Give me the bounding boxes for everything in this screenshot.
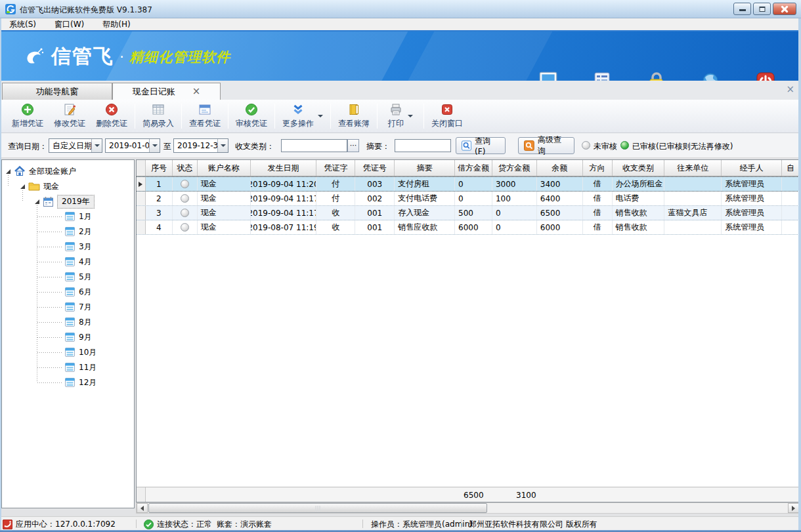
date-from-select[interactable]: 2019-01-01 — [105, 138, 160, 153]
col-header-category[interactable]: 收支类别 — [613, 160, 665, 176]
tab-close-icon[interactable]: × — [192, 87, 201, 96]
tree-item-month-2[interactable]: 2月 — [64, 224, 92, 239]
brand: 信管飞 · 精细化管理软件 — [22, 43, 230, 70]
delete-icon — [105, 103, 118, 116]
tree-item-month-5[interactable]: 5月 — [64, 270, 92, 284]
simple-entry-button[interactable]: 简易录入 — [137, 100, 179, 133]
search-button[interactable]: 查询(F) — [456, 137, 506, 154]
table-header-row: 序号 状态 账户名称 发生日期 凭证字 凭证号 摘要 借方金额 贷方金额 余额 … — [137, 160, 799, 176]
tree-item-month-11[interactable]: 11月 — [64, 360, 97, 375]
col-header-balance[interactable]: 余额 — [537, 160, 583, 176]
tree-item-year-2019[interactable]: 2019年 — [35, 194, 95, 209]
summary-row: 6500 3100 — [137, 487, 799, 502]
scroll-right-button[interactable] — [788, 503, 799, 513]
summary-input[interactable] — [395, 139, 451, 152]
expand-triangle-icon[interactable] — [35, 199, 39, 204]
table-row[interactable]: 1 现金 2019-09-04 11:20 付 003 支付房租 0 3000 … — [137, 176, 799, 192]
tab-nav-window[interactable]: 功能导航窗 — [2, 83, 112, 100]
tabstrip-close-icon[interactable]: × — [786, 85, 794, 94]
horizontal-scrollbar[interactable] — [136, 502, 800, 514]
col-header-custom[interactable]: 自 — [782, 160, 799, 176]
tree-item-month-8[interactable]: 8月 — [64, 315, 92, 329]
view-ledger-button[interactable]: 查看账簿 — [333, 100, 375, 133]
col-header-debit[interactable]: 借方金额 — [455, 160, 492, 176]
chevron-down-icon[interactable] — [91, 139, 102, 152]
add-voucher-button[interactable]: 新增凭证 — [7, 100, 49, 133]
dropdown-caret-icon[interactable] — [318, 115, 323, 117]
col-header-account[interactable]: 账户名称 — [198, 160, 251, 176]
edit-voucher-button[interactable]: 修改凭证 — [49, 100, 91, 133]
date-mode-select[interactable]: 自定义日期 — [49, 138, 102, 153]
tree-item-month-7[interactable]: 7月 — [64, 300, 92, 314]
month-icon — [64, 332, 76, 342]
col-header-voucher-no[interactable]: 凭证号 — [355, 160, 395, 176]
folder-icon — [28, 181, 40, 192]
col-header-direction[interactable]: 方向 — [583, 160, 613, 176]
toolbar-separator — [377, 104, 378, 129]
close-window-button[interactable]: 关闭窗口 — [426, 100, 468, 133]
tree-item-month-3[interactable]: 3月 — [64, 239, 92, 254]
table-row[interactable]: 2 现金 2019-09-04 11:17 付 002 支付电话费 0 100 … — [137, 192, 799, 206]
chevron-down-icon[interactable] — [217, 139, 228, 152]
power-icon — [739, 68, 792, 81]
toolbar-separator — [181, 104, 182, 129]
banner-action-journal[interactable]: 日记账明细 — [576, 68, 628, 81]
col-header-credit[interactable]: 贷方金额 — [492, 160, 537, 176]
brand-name: 信管飞 — [51, 43, 114, 70]
scroll-left-button[interactable] — [137, 503, 148, 513]
col-header-date[interactable]: 发生日期 — [251, 160, 317, 176]
audit-voucher-button[interactable]: 审核凭证 — [230, 100, 272, 133]
menu-window[interactable]: 窗口(W) — [45, 19, 93, 30]
chevron-down-icon[interactable] — [149, 139, 160, 152]
table-row[interactable]: 4 现金 2019-08-07 11:19 收 001 销售应收款 6000 0… — [137, 220, 799, 235]
view-voucher-icon — [198, 103, 211, 116]
scrollbar-thumb[interactable] — [148, 503, 487, 513]
col-header-indicator — [137, 160, 146, 176]
audited-label: 已审核(已审核则无法再修改) — [632, 141, 733, 152]
tree-item-cash-account[interactable]: 现金 — [20, 179, 59, 194]
close-button[interactable] — [773, 3, 796, 15]
tree-item-month-4[interactable]: 4月 — [64, 255, 92, 269]
banner-action-user-center[interactable]: 用户中心 — [685, 68, 737, 81]
dropdown-caret-icon[interactable] — [408, 115, 413, 117]
tree-item-month-9[interactable]: 9月 — [64, 330, 92, 344]
thumb-grip-icon — [316, 506, 320, 512]
tree-item-month-10[interactable]: 10月 — [64, 345, 97, 359]
print-button[interactable]: 打印 — [379, 100, 422, 133]
date-to-select[interactable]: 2019-12-31 — [173, 138, 228, 153]
menu-help[interactable]: 帮助(H) — [93, 19, 139, 30]
audited-indicator-icon — [620, 141, 629, 150]
col-header-handler[interactable]: 经手人 — [722, 160, 782, 176]
expand-triangle-icon[interactable] — [20, 184, 25, 189]
col-header-seq[interactable]: 序号 — [146, 160, 173, 176]
category-input[interactable] — [281, 139, 347, 152]
banner-action-password[interactable]: 修改密码 — [630, 68, 683, 81]
col-header-counterparty[interactable]: 往来单位 — [664, 160, 722, 176]
banner-action-exit[interactable]: 退出系统 — [739, 68, 792, 81]
more-actions-button[interactable]: 更多操作 — [277, 100, 328, 133]
col-header-voucher-word[interactable]: 凭证字 — [316, 160, 355, 176]
table-row[interactable]: 3 现金 2019-09-04 11:17 收 001 存入现金 500 0 6… — [137, 206, 799, 220]
minimize-button[interactable] — [733, 3, 751, 15]
menu-system[interactable]: 系统(S) — [0, 19, 45, 30]
close-window-icon — [441, 103, 454, 116]
category-lookup-button[interactable]: ··· — [347, 139, 359, 152]
view-voucher-button[interactable]: 查看凭证 — [184, 100, 226, 133]
maximize-button[interactable] — [753, 3, 771, 15]
col-header-summary[interactable]: 摘要 — [395, 160, 455, 176]
col-header-status[interactable]: 状态 — [173, 160, 198, 176]
expand-triangle-icon[interactable] — [6, 169, 11, 174]
tree-item-month-6[interactable]: 6月 — [64, 285, 92, 299]
app-center-text: 应用中心：127.0.0.1:7092 — [16, 519, 116, 530]
tree-item-root[interactable]: 全部现金账户 — [6, 164, 76, 178]
category-label: 收支类别： — [235, 141, 274, 152]
delete-voucher-button[interactable]: 删除凭证 — [91, 100, 133, 133]
tab-cash-journal[interactable]: 现金日记账 × — [112, 83, 221, 100]
search-icon — [462, 140, 471, 151]
advanced-search-button[interactable]: 高级查询 — [518, 137, 574, 154]
monitor-icon — [522, 68, 574, 81]
banner-action-nav[interactable]: 功能导航窗 — [522, 68, 574, 81]
date-label: 查询日期： — [8, 141, 47, 152]
tree-item-month-1[interactable]: 1月 — [64, 209, 92, 224]
tree-item-month-12[interactable]: 12月 — [64, 375, 97, 390]
